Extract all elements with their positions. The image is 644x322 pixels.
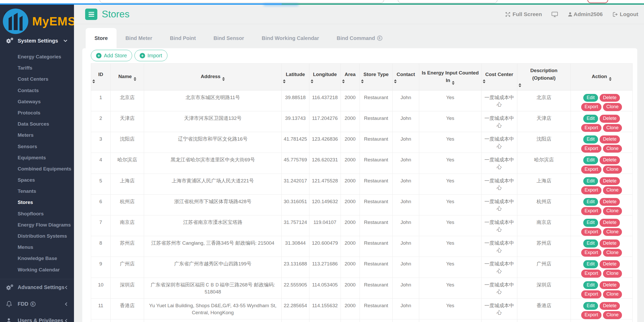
delete-button[interactable]: Delete (600, 94, 620, 102)
edit-button[interactable]: Edit (583, 302, 598, 310)
sidebar-item-protocols[interactable]: Protocols (0, 107, 74, 118)
delete-button[interactable]: Delete (600, 115, 620, 123)
sidebar-item-spaces[interactable]: Spaces (0, 174, 74, 186)
delete-button[interactable]: Delete (600, 135, 620, 143)
tab-bind-sensor[interactable]: Bind Sensor (205, 28, 253, 48)
clone-button[interactable]: Clone (603, 228, 622, 236)
sort-icon[interactable] (361, 79, 391, 83)
sort-icon[interactable] (311, 79, 339, 83)
export-button[interactable]: Export (581, 166, 601, 174)
user-menu[interactable]: Admin2506 (567, 11, 603, 17)
sidebar-section-system-settings[interactable]: System Settings (0, 36, 74, 46)
export-button[interactable]: Export (581, 124, 601, 132)
clone-button[interactable]: Clone (603, 290, 622, 298)
sort-icon[interactable] (519, 83, 570, 87)
edit-button[interactable]: Edit (583, 156, 598, 164)
edit-button[interactable]: Edit (583, 135, 598, 143)
clone-button[interactable]: Clone (603, 207, 622, 215)
export-button[interactable]: Export (581, 186, 601, 194)
edit-button[interactable]: Edit (583, 177, 598, 185)
sort-icon[interactable] (483, 79, 516, 83)
delete-button[interactable]: Delete (600, 156, 620, 164)
edit-button[interactable]: Edit (583, 219, 598, 227)
export-button[interactable]: Export (581, 228, 601, 236)
sort-icon[interactable] (134, 77, 136, 81)
tab-store[interactable]: Store (86, 28, 117, 48)
sidebar-item-shopfloors[interactable]: Shopfloors (0, 208, 74, 219)
display-mode-button[interactable] (551, 11, 558, 17)
edit-button[interactable]: Edit (583, 239, 598, 248)
clone-button[interactable]: Clone (603, 103, 622, 111)
sidebar-item-working-calendar[interactable]: Working Calendar (0, 264, 74, 275)
column-header-latitude[interactable]: Latitude (282, 64, 309, 91)
clone-button[interactable]: Clone (603, 311, 622, 319)
sidebar-item-data-sources[interactable]: Data Sources (0, 118, 74, 129)
edit-button[interactable]: Edit (583, 115, 598, 123)
tab-bind-command[interactable]: Bind CommandE (328, 28, 391, 48)
column-header-is-energy-input-counted-in[interactable]: Is Energy Input Counted In (419, 64, 482, 91)
edit-button[interactable]: Edit (583, 94, 598, 102)
sort-icon[interactable] (283, 79, 308, 83)
sidebar-item-equipments[interactable]: Equipments (0, 152, 74, 163)
column-header-store-type[interactable]: Store Type (360, 64, 392, 91)
export-button[interactable]: Export (581, 311, 601, 319)
sidebar-section-users-privileges[interactable]: Users & Privileges (0, 312, 74, 322)
sidebar-item-meters[interactable]: Meters (0, 129, 74, 141)
sidebar-item-cost-centers[interactable]: Cost Centers (0, 73, 74, 85)
edit-button[interactable]: Edit (583, 260, 598, 268)
tab-bind-working-calendar[interactable]: Bind Working Calendar (253, 28, 328, 48)
sidebar-item-sensors[interactable]: Sensors (0, 141, 74, 152)
export-button[interactable]: Export (581, 207, 601, 215)
delete-button[interactable]: Delete (600, 177, 620, 185)
logout-button[interactable]: Logout (612, 11, 638, 17)
sidebar-item-tariffs[interactable]: Tariffs (0, 62, 74, 73)
delete-button[interactable]: Delete (600, 219, 620, 227)
sort-icon[interactable] (222, 77, 225, 81)
column-header-id[interactable]: ID (91, 64, 111, 91)
sidebar-item-tenants[interactable]: Tenants (0, 186, 74, 197)
import-button[interactable]: + Import (134, 50, 167, 61)
sidebar-item-contacts[interactable]: Contacts (0, 85, 74, 96)
column-header-description-optional[interactable]: Description (Optional) (517, 64, 571, 91)
sort-icon[interactable] (452, 81, 455, 85)
sidebar-item-energy-categories[interactable]: Energy Categories (0, 51, 74, 62)
clone-button[interactable]: Clone (603, 186, 622, 194)
sidebar-item-gateways[interactable]: Gateways (0, 96, 74, 107)
export-button[interactable]: Export (581, 270, 601, 278)
export-button[interactable]: Export (581, 145, 601, 153)
sidebar-section-advanced-settings[interactable]: Advanced Settings (0, 279, 74, 296)
export-button[interactable]: Export (581, 290, 601, 298)
tab-bind-point[interactable]: Bind Point (161, 28, 205, 48)
sort-icon[interactable] (92, 79, 109, 83)
clone-button[interactable]: Clone (603, 166, 622, 174)
edit-button[interactable]: Edit (583, 281, 598, 289)
delete-button[interactable]: Delete (600, 239, 620, 248)
column-header-contact[interactable]: Contact (392, 64, 419, 91)
column-header-cost-center[interactable]: Cost Center (481, 64, 517, 91)
delete-button[interactable]: Delete (600, 260, 620, 268)
brand[interactable]: MyEMS (0, 5, 74, 36)
sidebar-item-knowledge-base[interactable]: Knowledge Base (0, 253, 74, 264)
sidebar-item-stores[interactable]: Stores (0, 197, 74, 208)
column-header-longitude[interactable]: Longitude (309, 64, 341, 91)
full-screen-button[interactable]: Full Screen (505, 11, 542, 17)
clone-button[interactable]: Clone (603, 145, 622, 153)
sort-icon[interactable] (394, 79, 418, 83)
clone-button[interactable]: Clone (603, 270, 622, 278)
export-button[interactable]: Export (581, 103, 601, 111)
sidebar-item-energy-flow-diagrams[interactable]: Energy Flow Diagrams (0, 219, 74, 230)
sidebar-section-fdd[interactable]: FDD E (0, 296, 74, 312)
sidebar-toggle-button[interactable] (85, 9, 97, 20)
column-header-area[interactable]: Area (341, 64, 360, 91)
sidebar-item-combined-equipments[interactable]: Combined Equipments (0, 163, 74, 174)
sidebar-item-distribution-systems[interactable]: Distribution Systems (0, 230, 74, 242)
delete-button[interactable]: Delete (600, 302, 620, 310)
sidebar-item-menus[interactable]: Menus (0, 242, 74, 253)
sort-icon[interactable] (609, 77, 612, 81)
column-header-name[interactable]: Name (111, 64, 144, 91)
column-header-action[interactable]: Action (571, 64, 633, 91)
edit-button[interactable]: Edit (583, 198, 598, 206)
sort-icon[interactable] (342, 79, 358, 83)
delete-button[interactable]: Delete (600, 281, 620, 289)
delete-button[interactable]: Delete (600, 198, 620, 206)
